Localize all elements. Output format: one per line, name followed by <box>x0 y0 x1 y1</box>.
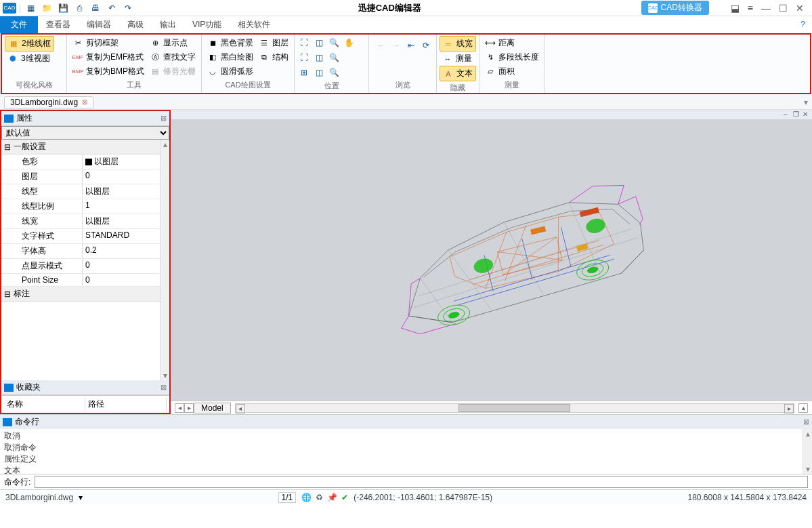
fav-col-name[interactable]: 名称 <box>4 397 85 411</box>
black-bg-button[interactable]: ◼黑色背景 <box>205 36 256 50</box>
vp-restore-icon[interactable]: ❐ <box>793 110 801 119</box>
status-globe-icon[interactable]: 🌐 <box>301 493 312 502</box>
tabs-dropdown-icon[interactable]: ▾ <box>804 98 808 107</box>
open-icon[interactable]: 📁 <box>41 3 52 14</box>
menu-editor[interactable]: 编辑器 <box>79 16 119 33</box>
properties-close-icon[interactable]: ⊠ <box>161 114 167 123</box>
show-point-button[interactable]: ⊕显示点 <box>147 36 198 50</box>
property-value[interactable]: 1 <box>83 199 169 214</box>
h-scrollbar[interactable]: ◂▸ <box>235 403 794 413</box>
zoom-fit-icon[interactable]: 🔍 <box>327 66 341 79</box>
status-pin-icon[interactable]: 📌 <box>327 493 337 502</box>
property-row[interactable]: 点显示模式0 <box>1 259 169 274</box>
save-icon[interactable]: 💾 <box>58 3 68 14</box>
properties-scrollbar[interactable]: ▴▾ <box>160 140 169 380</box>
pos-icon-2[interactable]: ◫ <box>312 36 326 49</box>
tab-close-icon[interactable]: ⊠ <box>82 98 87 106</box>
close-icon[interactable]: ✕ <box>796 3 804 14</box>
maximize-icon[interactable]: ☐ <box>779 3 788 14</box>
pos-icon-3[interactable]: ⛶ <box>297 51 311 64</box>
pos-icon-1[interactable]: ⛶ <box>297 36 311 49</box>
status-ok-icon[interactable]: ✔ <box>341 493 348 502</box>
menu-related[interactable]: 相关软件 <box>230 16 278 33</box>
section-annotation[interactable]: ⊟标注 <box>1 287 169 302</box>
property-row[interactable]: Point Size0 <box>1 274 169 287</box>
property-row[interactable]: 色彩以图层 <box>1 155 169 169</box>
menu-file[interactable]: 文件 <box>0 16 38 33</box>
cad-convert-button[interactable]: CAD CAD转换器 <box>641 1 708 15</box>
zoom-in-icon[interactable]: 🔍 <box>327 36 341 49</box>
smooth-arc-button[interactable]: ◡圆滑弧形 <box>205 64 256 79</box>
model-tab[interactable]: Model <box>194 403 231 413</box>
undo-icon[interactable]: ↶ <box>106 3 117 14</box>
color-swatch <box>85 159 92 165</box>
crop-frame-button[interactable]: ✂剪切框架 <box>70 36 147 50</box>
property-value[interactable]: 0.2 <box>83 244 169 258</box>
back-icon[interactable]: ⬓ <box>731 3 740 14</box>
pos-icon-6[interactable]: ◫ <box>312 66 326 79</box>
nav-refresh-icon[interactable]: ⟳ <box>419 39 433 52</box>
polyline-length-button[interactable]: ↯多段线长度 <box>482 50 542 64</box>
vp-minimize-icon[interactable]: – <box>784 110 792 119</box>
distance-button[interactable]: ⟷距离 <box>482 36 542 50</box>
tab-prev-icon[interactable]: ◂ <box>175 403 184 413</box>
lineweight-button[interactable]: ═线宽 <box>440 36 476 52</box>
v-scroll-up-icon[interactable]: ▴ <box>798 403 808 413</box>
command-close-icon[interactable]: ⊠ <box>803 418 809 426</box>
property-row[interactable]: 线型以图层 <box>1 184 169 199</box>
property-key: 色彩 <box>1 155 83 169</box>
status-dimensions: 180.6008 x 141.5804 x 173.8424 <box>688 493 807 502</box>
section-general[interactable]: ⊟一般设置 <box>1 140 169 155</box>
area-button[interactable]: ▱面积 <box>482 64 542 79</box>
menu-viewer[interactable]: 查看器 <box>38 16 79 33</box>
text-toggle-button[interactable]: A文本 <box>440 66 476 81</box>
cmd-scrollbar[interactable]: ▴▾ <box>803 429 812 474</box>
minimize-icon[interactable]: — <box>761 3 771 14</box>
document-tab[interactable]: 3DLamborgini.dwg ⊠ <box>4 96 93 108</box>
new-icon[interactable]: ▦ <box>25 3 36 14</box>
tab-next-icon[interactable]: ▸ <box>184 403 194 413</box>
find-text-button[interactable]: Ⓐ查找文字 <box>147 50 198 64</box>
drawing-canvas[interactable] <box>171 119 812 401</box>
menu-output[interactable]: 输出 <box>152 16 184 33</box>
menu-vip[interactable]: VIP功能 <box>184 16 230 33</box>
h-scroll-thumb[interactable] <box>458 404 570 412</box>
copy-emf-button[interactable]: EMF复制为EMF格式 <box>70 50 147 64</box>
menu-icon[interactable]: ≡ <box>748 3 753 14</box>
property-value[interactable]: 0 <box>83 169 169 184</box>
copy-bmp-button[interactable]: BMP复制为BMP格式 <box>70 64 147 79</box>
property-row[interactable]: 线型比例1 <box>1 199 169 214</box>
bw-draw-button[interactable]: ◧黑白绘图 <box>205 50 256 64</box>
properties-select[interactable]: 默认值 <box>1 126 169 140</box>
saveas-icon[interactable]: ⎙ <box>74 3 85 14</box>
property-value[interactable]: 以图层 <box>83 214 169 228</box>
property-row[interactable]: 文字样式STANDARD <box>1 229 169 244</box>
property-value[interactable]: 以图层 <box>83 184 169 199</box>
measure-toggle-button[interactable]: ↔测量 <box>440 52 476 66</box>
layer-button[interactable]: ☰图层 <box>256 36 291 50</box>
print-icon[interactable]: 🖶 <box>90 3 101 14</box>
property-value[interactable]: 以图层 <box>83 155 169 169</box>
pos-icon-4[interactable]: ◫ <box>312 51 326 64</box>
zoom-out-icon[interactable]: 🔍 <box>327 51 341 64</box>
property-value[interactable]: 0 <box>83 259 169 273</box>
nav-out-icon[interactable]: ⇤ <box>404 39 418 52</box>
pan-icon[interactable]: ✋ <box>342 36 356 49</box>
help-icon[interactable]: ? <box>794 20 812 29</box>
vp-close-icon[interactable]: ✕ <box>803 110 811 119</box>
fav-col-path[interactable]: 路径 <box>85 397 167 411</box>
command-input[interactable] <box>35 476 808 488</box>
property-row[interactable]: 线宽以图层 <box>1 214 169 229</box>
struct-button[interactable]: ⧉结构 <box>256 50 291 64</box>
favorites-close-icon[interactable]: ⊠ <box>161 383 167 392</box>
property-row[interactable]: 图层0 <box>1 169 169 184</box>
property-value[interactable]: STANDARD <box>83 229 169 243</box>
menu-advanced[interactable]: 高级 <box>119 16 152 33</box>
property-value[interactable]: 0 <box>83 274 169 286</box>
redo-icon[interactable]: ↷ <box>123 3 133 14</box>
pos-icon-5[interactable]: ⊞ <box>297 66 311 79</box>
status-sync-icon[interactable]: ♻ <box>316 493 323 502</box>
view-3d-button[interactable]: ⬢3维视图 <box>5 52 54 66</box>
wireframe-2d-button[interactable]: ▦2维线框 <box>5 36 54 52</box>
property-row[interactable]: 字体高0.2 <box>1 244 169 259</box>
